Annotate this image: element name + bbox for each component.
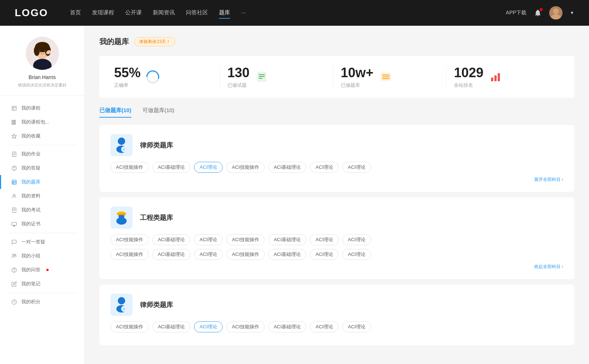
svg-point-1 (553, 8, 559, 14)
sidebar-item-qa[interactable]: 我的答疑 (0, 161, 84, 175)
sidebar-item-qbank[interactable]: 我的题库 (0, 175, 84, 189)
tab-done[interactable]: 已做题库(10) (99, 107, 131, 118)
tag-2b-7[interactable]: ACI理论 (342, 249, 371, 260)
tag-3-7[interactable]: ACI理论 (342, 321, 371, 332)
tag-3-6[interactable]: ACI理论 (310, 321, 339, 332)
nav-more[interactable]: ··· (241, 7, 246, 19)
nav-home[interactable]: 首页 (70, 7, 81, 19)
qbank-icon-engineer (110, 207, 133, 229)
sidebar: Brian Harris 错误的决定比没有决定要好 我的课程 我的课程包... (0, 26, 85, 364)
stat-accuracy-content: 55% 正确率 (114, 65, 141, 89)
sidebar-label-points: 我的积分 (21, 299, 40, 305)
sidebar-item-certificate[interactable]: 我的证书 (0, 217, 84, 231)
tag-2a-2[interactable]: ACI基础理论 (152, 234, 191, 245)
profile-avatar (26, 37, 59, 70)
sidebar-label-homework: 我的作业 (21, 151, 40, 157)
tab-todo[interactable]: 可做题库(10) (142, 107, 174, 118)
tag-2a-6[interactable]: ACI理论 (310, 234, 339, 245)
tag-3-4[interactable]: ACI技能操作 (226, 321, 265, 332)
logo: LOGO (15, 7, 48, 19)
tag-2b-2[interactable]: ACI基础理论 (152, 249, 191, 260)
divider1 (7, 145, 77, 145)
stat-accuracy-value: 55% (114, 65, 141, 81)
group-icon (11, 253, 17, 259)
user-avatar[interactable] (549, 6, 562, 19)
stat-ranking-content: 1029 全站排名 (454, 65, 483, 89)
tag-2b-4[interactable]: ACI技能操作 (226, 249, 265, 260)
sidebar-item-profile[interactable]: 我的资料 (0, 189, 84, 203)
nav-news[interactable]: 新闻资讯 (153, 7, 175, 19)
tag-1-4[interactable]: ACI技能操作 (226, 162, 265, 173)
tag-2a-1[interactable]: ACI技能操作 (110, 234, 149, 245)
app-download[interactable]: APP下载 (506, 10, 526, 16)
tag-2b-6[interactable]: ACI理论 (310, 249, 339, 260)
svg-text:✓: ✓ (123, 147, 126, 151)
stat-done-banks-content: 10w+ 已做题库 (341, 65, 374, 89)
tag-2b-5[interactable]: ACI基础理论 (268, 249, 307, 260)
svg-rect-25 (12, 180, 16, 184)
sidebar-item-course[interactable]: 我的课程 (0, 101, 84, 115)
sidebar-item-notes[interactable]: 我的笔记 (0, 277, 84, 291)
stat-done-q-content: 130 已做试题 (228, 65, 250, 89)
tag-2b-1[interactable]: ACI技能操作 (110, 249, 149, 260)
sidebar-menu: 我的课程 我的课程包... 我的收藏 我的作业 (0, 96, 84, 314)
pie-chart-icon (146, 70, 159, 83)
sidebar-item-tutor[interactable]: 一对一答疑 (0, 235, 84, 249)
tag-3-2[interactable]: ACI基础理论 (152, 321, 191, 332)
sidebar-label-favorites: 我的收藏 (21, 133, 40, 139)
nav-open-course[interactable]: 公开课 (125, 7, 142, 19)
tag-2a-3[interactable]: ACI理论 (194, 234, 223, 245)
tag-1-7[interactable]: ACI理论 (342, 162, 371, 173)
collapse-link-2[interactable]: 收起全部科目 › (110, 264, 563, 270)
sidebar-item-points[interactable]: 我的积分 (0, 295, 84, 309)
tag-2b-3[interactable]: ACI理论 (194, 249, 223, 260)
tag-3-5[interactable]: ACI基础理论 (268, 321, 307, 332)
sidebar-item-homework[interactable]: 我的作业 (0, 147, 84, 161)
tag-2a-7[interactable]: ACI理论 (342, 234, 371, 245)
nav-links: 首页 发现课程 公开课 新闻资讯 问答社区 题库 ··· (70, 7, 491, 19)
nav-discover[interactable]: 发现课程 (92, 7, 114, 19)
sidebar-item-favorites[interactable]: 我的收藏 (0, 129, 84, 143)
tag-2a-5[interactable]: ACI基础理论 (268, 234, 307, 245)
tag-3-3[interactable]: ACI理论 (194, 321, 223, 332)
main-layout: Brian Harris 错误的决定比没有决定要好 我的课程 我的课程包... (0, 26, 589, 364)
sidebar-label-group: 我的小组 (21, 253, 40, 259)
stats-bar: 55% 正确率 130 已做试题 (99, 56, 574, 98)
svg-point-9 (39, 50, 40, 52)
sidebar-item-package[interactable]: 我的课程包... (0, 115, 84, 129)
bar-chart-icon (489, 70, 502, 83)
tag-1-6[interactable]: ACI理论 (310, 162, 339, 173)
qbank-card-engineer: 工程类题库 ACI技能操作 ACI基础理论 ACI理论 ACI技能操作 ACI基… (99, 197, 574, 279)
sidebar-item-myqa[interactable]: 我的问答 (0, 263, 84, 277)
notification-bell[interactable] (534, 9, 542, 17)
doc-list-icon (255, 70, 268, 83)
sidebar-label-certificate: 我的证书 (21, 221, 40, 227)
tag-1-2[interactable]: ACI基础理论 (152, 162, 191, 173)
tag-2a-4[interactable]: ACI技能操作 (226, 234, 265, 245)
stat-ranking-label: 全站排名 (454, 82, 483, 89)
nav-qbank[interactable]: 题库 (219, 7, 230, 19)
nav-qa[interactable]: 问答社区 (186, 7, 208, 19)
sidebar-item-group[interactable]: 我的小组 (0, 249, 84, 263)
qbank-icon-lawyer-1: ✓ (110, 134, 133, 156)
svg-rect-15 (12, 120, 13, 124)
divider2 (7, 233, 77, 233)
tag-1-3[interactable]: ACI理论 (194, 162, 223, 173)
tag-3-1[interactable]: ACI技能操作 (110, 321, 149, 332)
user-dropdown-arrow[interactable]: ▼ (570, 10, 574, 15)
qbank-card-lawyer-2: ✓ 律师类题库 ACI技能操作 ACI基础理论 ACI理论 ACI技能操作 AC… (99, 285, 574, 345)
stat-done-q-value: 130 (228, 65, 250, 81)
stat-done-banks-value: 10w+ (341, 65, 374, 81)
expand-link-1[interactable]: 展开全部科目 › (110, 176, 563, 183)
sidebar-label-qa: 我的答疑 (21, 165, 40, 171)
svg-point-54 (118, 138, 125, 145)
stat-done-questions: 130 已做试题 (220, 65, 334, 89)
svg-point-36 (13, 254, 14, 256)
myqa-notification-dot (46, 269, 49, 271)
svg-point-37 (14, 254, 16, 256)
tag-1-1[interactable]: ACI技能操作 (110, 162, 149, 173)
sidebar-item-exam[interactable]: 我的考试 (0, 203, 84, 217)
tag-1-5[interactable]: ACI基础理论 (268, 162, 307, 173)
sidebar-label-exam: 我的考试 (21, 207, 40, 213)
points-icon (11, 299, 17, 305)
